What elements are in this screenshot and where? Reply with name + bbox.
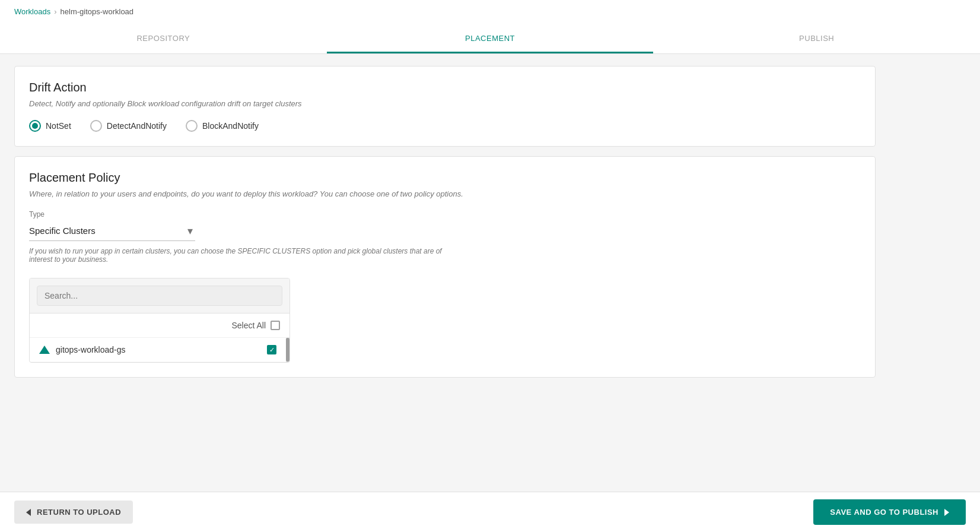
main-content: Drift Action Detect, Notify and optional… bbox=[0, 54, 890, 399]
placement-policy-card: Placement Policy Where, in relation to y… bbox=[14, 156, 876, 378]
breadcrumb: Workloads › helm-gitops-workload bbox=[0, 0, 980, 23]
select-all-checkbox[interactable] bbox=[271, 321, 280, 330]
breadcrumb-workloads-link[interactable]: Workloads bbox=[14, 7, 50, 16]
cluster-list-area: gitops-workload-gs ✓ bbox=[30, 338, 289, 362]
table-row[interactable]: gitops-workload-gs ✓ bbox=[30, 338, 286, 362]
type-dropdown-wrapper: Specific Clusters All Clusters ▾ bbox=[29, 221, 195, 241]
drift-radio-group: NotSet DetectAndNotify BlockAndNotify bbox=[29, 120, 861, 132]
type-dropdown[interactable]: Specific Clusters All Clusters bbox=[29, 221, 195, 241]
search-input[interactable] bbox=[37, 286, 282, 306]
placement-policy-title: Placement Policy bbox=[29, 171, 861, 185]
scrollbar-track[interactable] bbox=[286, 338, 289, 362]
cluster-triangle-icon bbox=[39, 346, 50, 354]
drift-action-subtitle: Detect, Notify and optionally Block work… bbox=[29, 99, 861, 108]
search-box bbox=[30, 278, 289, 314]
placement-policy-subtitle: Where, in relation to your users and end… bbox=[29, 189, 861, 198]
radio-detect-outer bbox=[90, 120, 102, 132]
select-all-label: Select All bbox=[231, 321, 266, 330]
arrow-left-icon bbox=[26, 509, 31, 516]
select-all-row: Select All bbox=[30, 314, 289, 338]
radio-block-outer bbox=[186, 120, 198, 132]
tab-publish[interactable]: PUBLISH bbox=[653, 23, 980, 53]
breadcrumb-separator: › bbox=[54, 7, 56, 16]
cluster-list-wrapper: gitops-workload-gs ✓ bbox=[30, 338, 286, 362]
arrow-right-icon bbox=[944, 509, 949, 516]
radio-notset[interactable]: NotSet bbox=[29, 120, 71, 132]
save-label: SAVE AND GO TO PUBLISH bbox=[830, 508, 938, 517]
return-label: RETURN TO UPLOAD bbox=[37, 508, 121, 517]
tab-placement[interactable]: PLACEMENT bbox=[327, 23, 654, 53]
breadcrumb-current-page: helm-gitops-workload bbox=[61, 7, 134, 16]
cluster-checkbox-checked[interactable]: ✓ bbox=[267, 345, 276, 354]
return-to-upload-button[interactable]: RETURN TO UPLOAD bbox=[14, 501, 133, 524]
save-and-publish-button[interactable]: SAVE AND GO TO PUBLISH bbox=[813, 499, 966, 525]
radio-detect[interactable]: DetectAndNotify bbox=[90, 120, 167, 132]
radio-block[interactable]: BlockAndNotify bbox=[186, 120, 259, 132]
cluster-list: gitops-workload-gs ✓ bbox=[30, 338, 286, 362]
cluster-selector: Select All gitops-workload-gs ✓ bbox=[29, 278, 290, 363]
bottom-bar: RETURN TO UPLOAD SAVE AND GO TO PUBLISH bbox=[0, 492, 980, 532]
radio-notset-outer bbox=[29, 120, 41, 132]
tabs-bar: REPOSITORY PLACEMENT PUBLISH bbox=[0, 23, 980, 54]
cluster-left: gitops-workload-gs bbox=[39, 345, 126, 354]
scrollbar-thumb[interactable] bbox=[286, 338, 289, 362]
radio-notset-label: NotSet bbox=[46, 121, 71, 131]
type-field-label: Type bbox=[29, 210, 861, 218]
drift-action-card: Drift Action Detect, Notify and optional… bbox=[14, 66, 876, 147]
tab-repository[interactable]: REPOSITORY bbox=[0, 23, 327, 53]
type-hint: If you wish to run your app in certain c… bbox=[29, 247, 444, 264]
radio-notset-inner bbox=[32, 123, 38, 129]
radio-detect-label: DetectAndNotify bbox=[107, 121, 167, 131]
drift-action-title: Drift Action bbox=[29, 81, 861, 94]
radio-block-label: BlockAndNotify bbox=[202, 121, 259, 131]
cluster-name: gitops-workload-gs bbox=[56, 345, 126, 354]
